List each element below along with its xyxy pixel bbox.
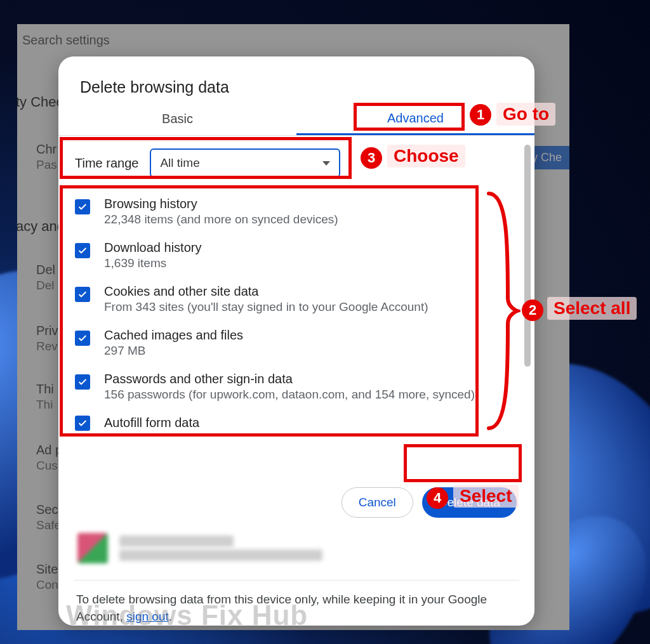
- list-item: Download history1,639 items: [70, 234, 523, 278]
- time-range-label: Time range: [75, 156, 138, 171]
- list-item: Cached images and files297 MB: [70, 322, 523, 365]
- list-item: Passwords and other sign-in data156 pass…: [70, 365, 523, 409]
- time-range-select[interactable]: All time: [150, 148, 340, 178]
- checkbox-download-history[interactable]: [75, 243, 90, 258]
- delete-data-button[interactable]: Delete data: [422, 487, 517, 518]
- checkbox-autofill[interactable]: [75, 416, 90, 431]
- avatar: [77, 533, 108, 563]
- checkbox-cookies[interactable]: [75, 287, 90, 302]
- data-type-list: Browsing history22,348 items (and more o…: [65, 190, 528, 431]
- delete-browsing-data-dialog: Delete browsing data Basic Advanced Time…: [58, 56, 534, 626]
- list-item: Browsing history22,348 items (and more o…: [70, 190, 523, 234]
- time-range-row: Time range All time: [65, 136, 528, 190]
- dialog-footer-buttons: Cancel Delete data: [58, 481, 534, 518]
- list-item: Cookies and other site dataFrom 343 site…: [70, 278, 523, 322]
- chevron-down-icon: [322, 161, 330, 166]
- account-row: [58, 518, 534, 568]
- cancel-button[interactable]: Cancel: [342, 487, 413, 518]
- checkbox-passwords[interactable]: [75, 374, 90, 390]
- dialog-title: Delete browsing data: [58, 56, 534, 103]
- list-item: Autofill form data: [70, 409, 523, 431]
- tab-advanced[interactable]: Advanced: [296, 103, 534, 135]
- time-range-value: All time: [160, 156, 199, 170]
- account-text-blurred: [119, 533, 322, 563]
- dialog-body: Time range All time Browsing history22,3…: [58, 136, 534, 481]
- dialog-tabs: Basic Advanced: [58, 103, 534, 136]
- checkbox-browsing-history[interactable]: [75, 199, 90, 214]
- checkbox-cache[interactable]: [75, 331, 90, 346]
- scrollbar-thumb[interactable]: [524, 145, 531, 367]
- tab-basic[interactable]: Basic: [58, 103, 296, 135]
- watermark: Windows Fix Hub: [66, 600, 308, 631]
